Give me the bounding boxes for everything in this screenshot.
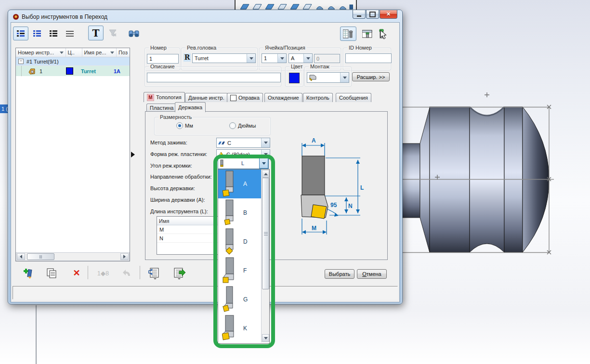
table-tool-icon <box>343 29 354 39</box>
renumber-button[interactable]: 1◆8 <box>94 266 112 280</box>
scroll-down-button[interactable] <box>262 334 269 342</box>
tab-topology[interactable]: M Топология <box>144 92 185 102</box>
close-icon: ✕ <box>386 11 391 17</box>
number-input[interactable]: 1 <box>147 54 179 64</box>
screen: 1 (1 <box>0 0 590 364</box>
dimension-label: Размерность <box>158 114 193 120</box>
color-swatch[interactable] <box>289 73 300 83</box>
position-combo[interactable]: A <box>288 53 313 63</box>
turret-combo[interactable]: Turret <box>192 53 256 63</box>
insert-shape-label: Форма реж. пластинки: <box>150 151 207 157</box>
name-table-header[interactable]: Имя <box>157 217 219 225</box>
window-with-tool-view-button[interactable] <box>359 26 376 41</box>
cancel-button[interactable]: Отмена <box>357 269 387 279</box>
dropdown-arrow-icon[interactable] <box>303 54 312 63</box>
select-button[interactable]: Выбрать <box>325 269 354 279</box>
binoculars-icon <box>129 29 139 38</box>
titlebar[interactable]: Выбор инструментов в Переход ✕ <box>8 10 402 23</box>
header-position[interactable]: Поз <box>117 48 130 57</box>
tab-arbor[interactable]: Оправка <box>227 93 263 102</box>
undo-button[interactable] <box>119 266 135 280</box>
dropdown-item-B[interactable]: B <box>218 198 261 227</box>
description-input[interactable] <box>147 73 281 82</box>
id-number-input[interactable] <box>345 53 392 63</box>
dropdown-vscrollbar[interactable] <box>261 169 269 342</box>
tool-color-swatch[interactable] <box>66 67 73 75</box>
view-simple-button[interactable] <box>62 26 78 40</box>
direction-label: Направление обработки: <box>150 174 212 180</box>
holder-diagram: A L N M 95 <box>290 136 372 239</box>
minimize-button[interactable] <box>353 10 366 19</box>
dropdown-arrow-icon[interactable] <box>259 158 268 169</box>
subtab-holder[interactable]: Державка <box>175 102 206 112</box>
table-row-tool[interactable]: 1 Turret 1A <box>16 65 130 76</box>
hscroll-thumb[interactable] <box>27 253 54 260</box>
search-button[interactable] <box>126 26 142 40</box>
view-compact-button[interactable] <box>46 26 61 40</box>
vscroll-thumb[interactable] <box>262 178 269 289</box>
tab-tool-data[interactable]: Данные инстр. <box>185 93 228 102</box>
copy-tool-button[interactable] <box>44 266 59 280</box>
dropdown-arrow-icon[interactable] <box>340 73 349 82</box>
expander-minus-icon[interactable]: − <box>18 59 24 64</box>
import-tools-button[interactable] <box>146 266 163 281</box>
radio-inch-icon[interactable] <box>229 122 236 129</box>
delete-x-icon: ✕ <box>73 268 80 278</box>
header-color[interactable]: Ц.. <box>66 48 82 57</box>
dropdown-arrow-icon[interactable] <box>261 138 270 147</box>
table-row-group[interactable]: − #1 Turret(9/1) <box>16 57 130 65</box>
clear-filter-button[interactable] <box>105 26 120 40</box>
header-name[interactable]: Имя ре... <box>82 48 117 57</box>
view-details-button[interactable] <box>13 26 28 40</box>
extend-button[interactable]: Расшир. >> <box>352 72 390 81</box>
splitter-collapse-arrow[interactable] <box>131 152 135 157</box>
radio-inch[interactable]: Дюймы <box>229 122 256 129</box>
view-list-button[interactable] <box>29 26 45 40</box>
header-tool-number[interactable]: Номер инстр... <box>16 48 66 57</box>
add-tool-button[interactable] <box>20 266 35 280</box>
scroll-up-button[interactable] <box>262 170 269 178</box>
dropdown-item-A[interactable]: A <box>218 169 261 198</box>
scroll-right-button[interactable] <box>120 253 129 260</box>
holder-style-icon <box>222 199 236 226</box>
dropdown-item-D[interactable]: D <box>218 227 261 256</box>
insert-shape-icon <box>218 152 224 157</box>
edge-angle-dropdown-list: A B D F G K <box>218 169 270 344</box>
background-panel-divider <box>36 305 37 364</box>
dropdown-arrow-icon[interactable] <box>277 54 286 63</box>
radio-mm[interactable]: Мм <box>176 122 193 129</box>
export-tools-button[interactable] <box>171 266 188 281</box>
dropdown-item-G[interactable]: G <box>218 285 261 314</box>
tool-list-hscrollbar[interactable] <box>16 252 130 261</box>
arbor-checkbox-icon <box>230 95 236 101</box>
holder-style-icon <box>222 286 236 313</box>
mount-combo[interactable] <box>307 72 349 83</box>
3d-model-viewport[interactable] <box>400 87 590 270</box>
delete-tool-button[interactable]: ✕ <box>69 266 84 280</box>
subtab-insert[interactable]: Пластина <box>146 104 177 112</box>
tab-messages[interactable]: Сообщения <box>336 93 371 102</box>
status-box <box>13 286 398 299</box>
svg-text:L: L <box>360 184 364 191</box>
edge-angle-combo[interactable]: L <box>218 157 269 169</box>
cell-combo[interactable]: 1 <box>262 53 287 63</box>
clamp-method-label: Метод зажима: <box>150 140 187 145</box>
clamp-method-combo[interactable]: C <box>216 138 270 148</box>
svg-text:N: N <box>348 203 353 209</box>
dropdown-item-K[interactable]: K <box>218 314 261 343</box>
table-with-tool-view-button[interactable] <box>340 26 356 41</box>
description-label: Описание <box>149 64 176 69</box>
svg-text:A: A <box>312 137 316 144</box>
radio-mm-icon[interactable] <box>176 122 183 129</box>
dropdown-arrow-icon[interactable] <box>247 54 255 63</box>
filter-icon[interactable] <box>60 52 64 54</box>
filter-icon[interactable] <box>110 52 114 54</box>
scroll-left-button[interactable] <box>17 253 25 260</box>
tab-coolant[interactable]: Охлаждение <box>264 93 302 102</box>
close-button[interactable]: ✕ <box>380 10 397 19</box>
dropdown-item-F[interactable]: F <box>218 256 261 285</box>
text-mode-button[interactable]: T <box>88 26 104 40</box>
maximize-button[interactable] <box>366 10 379 19</box>
cell-extra-input[interactable]: 0 <box>314 54 340 63</box>
tab-control[interactable]: Контроль <box>303 93 333 102</box>
